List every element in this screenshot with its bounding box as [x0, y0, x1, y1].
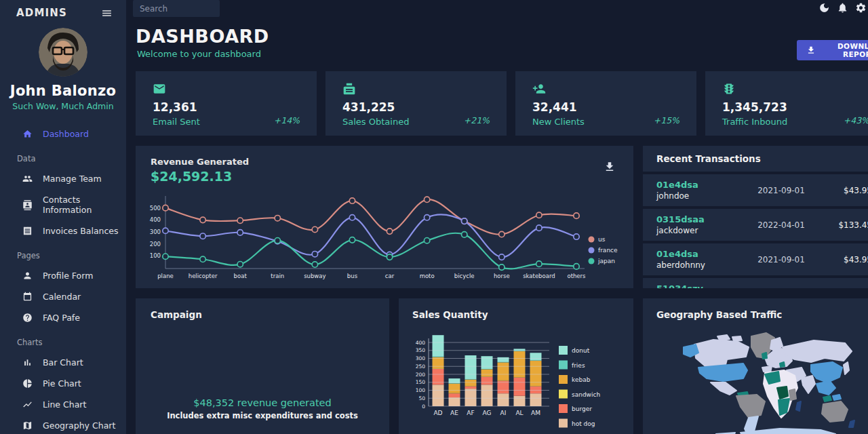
svg-text:100: 100	[416, 387, 426, 393]
map-canada	[694, 340, 749, 366]
person-add-icon	[532, 82, 546, 96]
sidebar-item-bar-chart[interactable]: Bar Chart	[0, 352, 126, 373]
person-icon	[22, 271, 33, 281]
transaction-row[interactable]: 01e4dsa johndoe 2021-09-01 $43.95	[643, 174, 868, 209]
map-region	[780, 362, 785, 367]
sidebar-item-dashboard[interactable]: Dashboard	[0, 123, 126, 144]
contacts-icon	[22, 200, 33, 210]
map-region	[778, 399, 789, 415]
sidebar-item-label: FAQ Pafe	[43, 313, 80, 323]
map-madagascar	[796, 401, 801, 411]
sidebar-item-contacts-information[interactable]: Contacts Information	[0, 189, 126, 220]
transaction-amount: $133.45	[830, 220, 868, 230]
map-india	[802, 376, 815, 393]
moon-icon	[818, 2, 830, 14]
progress-circle	[462, 81, 490, 108]
world-map	[678, 331, 861, 434]
svg-text:250: 250	[416, 363, 426, 370]
page-title: DASHBOARD	[136, 26, 269, 47]
avatar[interactable]	[39, 28, 87, 77]
map-icon	[22, 420, 33, 431]
svg-text:train: train	[271, 273, 284, 279]
search-input[interactable]	[133, 0, 220, 17]
help-icon	[22, 313, 33, 323]
download-icon[interactable]	[604, 161, 616, 173]
svg-text:AD: AD	[433, 410, 442, 416]
moon-button[interactable]	[818, 2, 830, 14]
svg-text:burger: burger	[572, 406, 592, 412]
stat-delta: +43%	[844, 115, 868, 125]
sidebar-item-calendar[interactable]: Calendar	[0, 286, 126, 307]
svg-text:bicycle: bicycle	[454, 273, 475, 279]
sidebar-item-label: Line Chart	[43, 399, 86, 410]
transactions-panel: Recent Transactions 01e4dsa johndoe 2021…	[643, 146, 868, 288]
page-subtitle: Welcome to your dashboard	[137, 49, 261, 59]
map-australia	[822, 401, 848, 422]
sidebar-item-label: Contacts Information	[43, 195, 126, 215]
svg-text:subway: subway	[304, 273, 326, 279]
sidebar-item-label: Geography Chart	[43, 420, 115, 431]
sidebar-item-manage-team[interactable]: Manage Team	[0, 168, 126, 189]
progress-circle	[652, 81, 679, 108]
transaction-row[interactable]: 0315dsaa jackdower 2022-04-01 $133.45	[643, 209, 868, 243]
user-name: John Balonzo	[0, 83, 126, 99]
sales-title: Sales Quantity	[399, 298, 633, 320]
sidebar-section-label: Data	[0, 144, 126, 168]
svg-text:AF: AF	[467, 410, 474, 416]
sales-panel: Sales Quantity ADAEAFAGAIALAM05010015020…	[399, 298, 633, 434]
menu-toggle-button[interactable]	[101, 7, 113, 19]
download-icon	[604, 161, 616, 173]
sidebar-item-label: Manage Team	[43, 174, 102, 184]
revenue-amount: $24,592.13	[151, 169, 232, 184]
sidebar-item-invoices-balances[interactable]: Invoices Balances	[0, 220, 126, 241]
svg-text:300: 300	[416, 355, 426, 361]
transactions-title: Recent Transactions	[643, 146, 868, 174]
transaction-id: 01e4dsa	[656, 249, 732, 259]
bell-icon	[837, 2, 848, 14]
bell-button[interactable]	[837, 2, 848, 14]
svg-text:200: 200	[150, 241, 161, 248]
campaign-donut-chart	[233, 330, 292, 388]
svg-text:350: 350	[416, 347, 426, 353]
campaign-note: Includes extra misc expenditures and cos…	[136, 411, 389, 420]
traffic-light-icon	[722, 82, 736, 96]
map-china	[811, 362, 842, 382]
stat-delta: +21%	[464, 115, 490, 125]
sidebar-item-pie-chart[interactable]: Pie Chart	[0, 373, 126, 394]
people-icon	[22, 174, 33, 184]
sidebar-item-faq-pafe[interactable]: FAQ Pafe	[0, 307, 126, 328]
sidebar-item-line-chart[interactable]: Line Chart	[0, 394, 126, 415]
map-region	[816, 381, 835, 395]
sidebar-item-label: Calendar	[43, 292, 81, 302]
svg-text:hot dog: hot dog	[572, 420, 595, 427]
stat-value: 1,345,723	[722, 100, 787, 114]
revenue-panel: Revenue Generated $24,592.13 10020030040…	[136, 146, 633, 288]
sidebar-item-profile-form[interactable]: Profile Form	[0, 265, 126, 286]
map-mexico	[711, 382, 736, 395]
gear-button[interactable]	[855, 2, 867, 14]
stat-card-email-sent: 12,361 Email Sent +14%	[136, 71, 317, 136]
stat-label: Email Sent	[153, 117, 200, 127]
transaction-user: jackdower	[656, 226, 732, 235]
svg-text:us: us	[598, 236, 606, 243]
download-reports-button[interactable]: DOWNLOAD REPORTS	[797, 40, 868, 60]
map-region	[717, 335, 730, 341]
svg-text:150: 150	[416, 379, 426, 385]
svg-text:japan: japan	[597, 258, 615, 264]
bar-chart-icon	[22, 357, 33, 368]
sidebar-item-geography-chart[interactable]: Geography Chart	[0, 415, 126, 434]
svg-text:sandwich: sandwich	[572, 391, 600, 398]
map-region	[833, 395, 841, 400]
sidebar-section-label: Charts	[0, 328, 126, 352]
transaction-amount: $43.95	[830, 186, 868, 195]
transaction-row[interactable]: 51034szv goodmanave 2022-11-05 $200.95	[643, 278, 868, 288]
svg-text:donut: donut	[572, 347, 590, 354]
menu-icon	[101, 7, 113, 19]
map-brazil	[736, 395, 765, 418]
transaction-date: 2021-09-01	[732, 255, 830, 264]
map-region	[762, 353, 767, 359]
svg-text:AI: AI	[500, 410, 507, 416]
receipt-icon	[22, 226, 33, 236]
transaction-row[interactable]: 01e4dsa aberdohnny 2021-09-01 $43.95	[643, 243, 868, 278]
revenue-title: Revenue Generated	[151, 157, 249, 167]
